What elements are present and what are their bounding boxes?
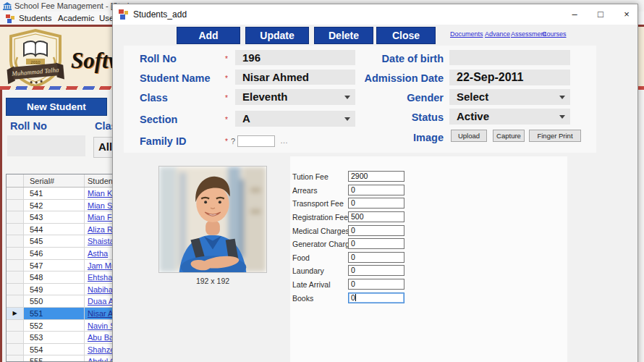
late-arrival-input[interactable]: 0 (348, 279, 404, 290)
capture-button[interactable]: Capture (493, 130, 525, 142)
close-button[interactable]: Close (376, 27, 436, 44)
required-asterisk: * (225, 138, 228, 146)
status-combo[interactable]: Active (449, 109, 570, 125)
table-row[interactable]: 543Mian Faz (7, 211, 115, 224)
table-row[interactable]: 544Aliza Re (7, 224, 115, 236)
table-row[interactable]: 547Jam Muh (7, 260, 115, 272)
transport-fee-input[interactable]: 0 (348, 198, 404, 209)
student-link[interactable]: Astha (88, 249, 108, 258)
books-input[interactable]: 0 (348, 292, 404, 303)
new-student-button[interactable]: New Student (6, 98, 107, 116)
fee-label: Tution Fee (292, 172, 329, 181)
student-link[interactable]: Abdul Q (88, 357, 115, 362)
text-cursor (355, 294, 356, 301)
generator-charges-input[interactable]: 0 (348, 238, 404, 249)
chevron-down-icon (557, 89, 569, 105)
students-add-dialog: Students_add – □ × Add Update Delete Clo… (112, 4, 638, 362)
table-row[interactable]: 554Shahzeb (7, 344, 115, 356)
status-label: Status (331, 111, 444, 123)
student-link[interactable]: Mian Kha (88, 189, 115, 198)
student-link[interactable]: Mian Sa (88, 201, 115, 210)
registration-fee-input[interactable]: 500 (348, 211, 404, 222)
table-row[interactable]: 541Mian Kha (7, 188, 115, 200)
menu-academic[interactable]: Academic (58, 14, 95, 22)
required-asterisk: * (225, 116, 228, 124)
gender-label: Gender (331, 92, 444, 104)
winforms-icon (6, 14, 16, 25)
table-row[interactable]: 549Nabiha (7, 284, 115, 296)
row-selector-icon: ▶ (7, 308, 24, 319)
advance-link[interactable]: Advance (485, 30, 510, 38)
fee-label: Trasnsport Fee (292, 199, 344, 208)
delete-button[interactable]: Delete (314, 27, 373, 44)
section-label: Section (140, 114, 177, 125)
table-row[interactable]: 548Ehtsham (7, 272, 115, 284)
arrears-input[interactable]: 0 (348, 185, 404, 195)
table-row[interactable]: 555Abdul Q (7, 355, 115, 362)
student-link[interactable]: Navin S (88, 321, 115, 330)
required-asterisk: * (225, 75, 228, 83)
image-label: Image (331, 132, 444, 143)
photo-size-caption: 192 x 192 (158, 277, 267, 285)
admission-date-field[interactable]: 22-Sep-2011 (449, 70, 570, 85)
courses-link[interactable]: Courses (542, 30, 567, 38)
student-link[interactable]: Jam Muh (88, 261, 115, 270)
medical-charges-input[interactable]: 0 (348, 225, 404, 236)
fee-label: Arrears (292, 186, 317, 195)
table-row-selected[interactable]: ▶551Nisar Ah (7, 308, 115, 320)
fees-panel (290, 156, 567, 362)
family-id-field[interactable] (237, 135, 275, 147)
student-photo[interactable] (158, 166, 267, 273)
food-input[interactable]: 0 (348, 252, 404, 263)
laundry-input[interactable]: 0 (348, 265, 404, 276)
close-icon[interactable]: × (617, 4, 637, 25)
table-row[interactable]: 550Duaa Af (7, 295, 115, 308)
upload-button[interactable]: Upload (451, 130, 487, 142)
table-row[interactable]: 545Shaista (7, 235, 115, 248)
screen: School Fee Management - [Stude Students … (0, 0, 644, 362)
col-serial[interactable]: Serial# (24, 174, 85, 187)
add-button[interactable]: Add (177, 27, 240, 44)
student-link[interactable]: Nisar Ah (88, 309, 115, 318)
dialog-title: Students_add (133, 9, 187, 20)
dob-label: Date of birth (331, 53, 444, 64)
maximize-icon[interactable]: □ (590, 4, 611, 25)
rollno-label: Roll No (140, 53, 177, 64)
student-link[interactable]: Aliza Re (88, 225, 115, 234)
table-row[interactable]: 542Mian Sa (7, 200, 115, 212)
documents-link[interactable]: Documents (450, 30, 483, 38)
student-link[interactable]: Abu Bak (88, 333, 115, 342)
gender-combo[interactable]: Select (449, 89, 570, 105)
fee-label: Food (292, 253, 310, 262)
required-asterisk: * (225, 94, 228, 102)
update-button[interactable]: Update (245, 27, 309, 44)
students-grid: Serial# Student 541Mian Kha 542Mian Sa 5… (6, 174, 116, 362)
fee-label: Medical Charges (292, 227, 349, 235)
fee-label: Laundary (292, 266, 324, 275)
fee-label: Late Arrival (292, 280, 331, 289)
app-building-icon (3, 2, 12, 10)
table-row[interactable]: 553Abu Bak (7, 332, 115, 344)
logo-badge: 2010 Muhammad Talha (4, 28, 67, 90)
admission-date-label: Admission Date (331, 72, 444, 84)
tuition-fee-input[interactable]: 2900 (348, 171, 404, 182)
dob-field[interactable] (449, 50, 570, 65)
student-link[interactable]: Shahzeb (88, 345, 115, 354)
student-link[interactable]: Shaista (88, 237, 114, 245)
student-link[interactable]: Mian Faz (88, 213, 115, 222)
dialog-form-icon (119, 9, 129, 20)
student-link[interactable]: Ehtsham (88, 273, 115, 282)
col-student[interactable]: Student (85, 174, 115, 187)
assessment-link[interactable]: Assessment (511, 30, 546, 38)
family-id-lookup-button[interactable]: … (280, 136, 288, 145)
student-link[interactable]: Duaa Af (88, 297, 115, 306)
minimize-icon[interactable]: – (564, 4, 585, 25)
menu-students[interactable]: Students (19, 14, 51, 22)
chevron-down-icon (557, 109, 569, 125)
filter-rollno-input[interactable] (7, 135, 85, 156)
fingerprint-button[interactable]: Finger Print (529, 130, 581, 142)
table-row[interactable]: 552Navin S (7, 320, 115, 332)
student-link[interactable]: Nabiha (88, 285, 113, 294)
student-name-label: Student Name (140, 72, 211, 84)
table-row[interactable]: 546Astha (7, 248, 115, 260)
